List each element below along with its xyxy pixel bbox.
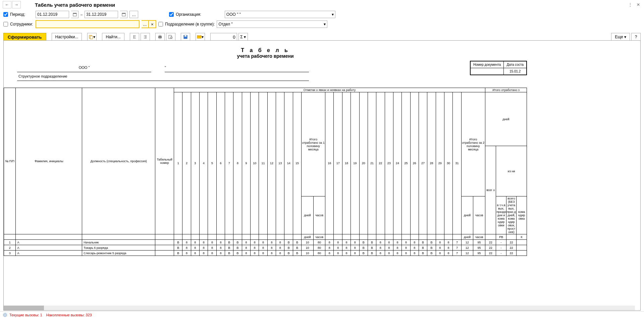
phone-icon [3,313,7,317]
mail-icon[interactable]: ▾ [196,33,205,41]
find-button[interactable]: Найти... [102,33,124,41]
status-bar: Текущие вызовы: 1 Накопленные вызовы: 32… [0,311,644,318]
calendar-from-icon[interactable] [71,11,78,18]
report-title: Т а б е л ь [4,47,527,53]
number-input[interactable] [210,33,237,41]
period-checkbox[interactable] [3,12,8,17]
help-button[interactable]: ? [631,33,641,41]
status-accum: Накопленные вызовы: 323 [46,313,92,317]
struct-field: Структурное подразделение [17,74,309,81]
table-row[interactable]: 2АТокарь 6 разрядаВ88888ВВ88888ВВ1080888… [4,245,527,251]
date-dash: – [80,12,83,16]
employees-checkbox[interactable] [3,22,8,27]
quote-field: " [165,65,309,72]
svg-rect-5 [90,36,93,39]
date-from-input[interactable] [36,11,69,18]
org-select[interactable]: ООО " " ▾ [225,11,335,18]
org-field: ООО " [17,65,151,72]
svg-rect-3 [122,13,125,14]
date-to-input[interactable] [85,11,118,18]
org-checkbox[interactable] [169,12,174,17]
save-icon[interactable] [181,33,190,41]
generate-button[interactable]: Сформировать [3,33,46,41]
page-title: Табель учета рабочего времени [35,2,115,8]
employees-dots-button[interactable]: ... [142,20,149,28]
table-row[interactable]: 3АСлесарь-ремонтник 5 разрядаВ88888ВВ888… [4,251,527,256]
calendar-to-icon[interactable] [120,11,127,18]
report-area: Т а б е л ь учета рабочего времени Номер… [3,40,641,311]
sum-icon[interactable]: Σ ▾ [238,33,248,41]
chevron-down-icon: ▾ [332,12,334,17]
svg-rect-7 [159,35,161,36]
timesheet-table: № П/ПФамилия, инициалыДолжность (специал… [4,88,527,256]
report-subtitle: учета рабочего времени [4,53,527,59]
period-label: Период: [10,12,34,17]
preview-icon[interactable] [166,33,175,41]
close-icon[interactable]: ✕ [635,2,641,8]
back-button[interactable]: ← [3,1,11,8]
svg-rect-1 [73,13,76,14]
collapse-icon[interactable] [141,33,150,41]
period-dots-button[interactable]: ... [129,11,138,18]
subdiv-label: Подразделение (в группе): [165,22,215,27]
org-label: Организация: [176,12,201,17]
settings-button[interactable]: Настройки... [52,33,82,41]
svg-rect-12 [184,35,186,37]
expand-icon[interactable] [130,33,139,41]
svg-rect-8 [159,38,161,39]
horizontal-scrollbar[interactable] [4,306,635,310]
employees-input[interactable] [36,20,140,28]
status-current: Текущие вызовы: 1 [9,313,42,317]
employees-label: Сотрудники: [10,22,34,27]
subdiv-checkbox[interactable] [158,22,163,27]
print-icon[interactable] [155,33,165,41]
menu-icon[interactable]: ⋮ [627,2,633,8]
svg-rect-9 [169,35,171,39]
table-row[interactable]: 1АНачальникВ88888ВВ88888ВВ10808888ВВ8888… [4,240,527,245]
chevron-down-icon: ▾ [324,22,326,27]
doc-info-box: Номер документаДата соста 15.01.2 [470,61,527,75]
copy-icon[interactable]: ▾ [87,33,97,41]
subdiv-select[interactable]: Отдел " ▾ [217,20,327,28]
employees-clear-button[interactable]: × [149,20,156,28]
forward-button[interactable]: → [12,1,21,8]
more-button[interactable]: Еще ▾ [611,33,630,41]
